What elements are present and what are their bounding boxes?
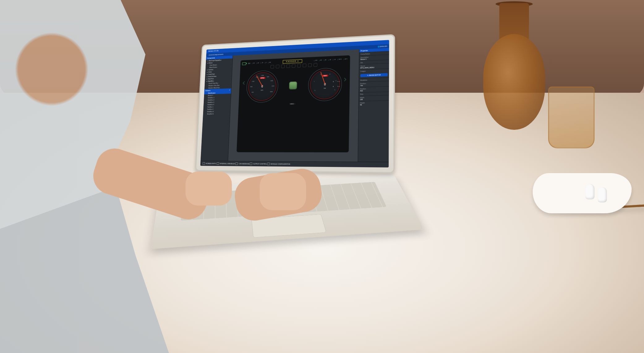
gauge-side-value: 0 bbox=[333, 81, 334, 83]
amber-glass bbox=[548, 87, 595, 148]
readout-value: 0 bbox=[265, 62, 267, 63]
earbud-icon bbox=[585, 184, 595, 199]
gauge-side-label: Front bbox=[337, 81, 340, 82]
gauge-tick: 5 bbox=[335, 89, 335, 91]
bottombar-item[interactable]: CAN MESSAGE bbox=[236, 162, 249, 165]
temp-value: -80 bbox=[319, 59, 322, 61]
designer-app: Version 0.0.31 > MAIN\SCREENS\MAIN 🌐 ENG… bbox=[200, 40, 389, 168]
center-button[interactable] bbox=[289, 82, 297, 90]
laptop: Version 0.0.31 > MAIN\SCREENS\MAIN 🌐 ENG… bbox=[148, 46, 402, 257]
gauge-tick: 3 bbox=[330, 74, 330, 75]
photo-scene: Version 0.0.31 > MAIN\SCREENS\MAIN 🌐 ENG… bbox=[0, 0, 644, 353]
indicator-icon bbox=[276, 65, 279, 69]
gauge-tick: 2000 bbox=[261, 75, 264, 77]
readout-value: -40 bbox=[256, 62, 259, 64]
property-row[interactable]: Images bbox=[359, 68, 389, 73]
temp-strip: -100-80-60-40-20110°C40°C bbox=[314, 58, 348, 62]
gauge-tick: 400 bbox=[252, 91, 254, 93]
bottom-toolbar: SCREEN RATIO INTERNAL VARIABLES CAN MESS… bbox=[200, 161, 389, 168]
indicator-icon bbox=[292, 64, 296, 68]
bottombar-item[interactable]: INTERNAL VARIABLES bbox=[217, 162, 235, 165]
indicator-icon bbox=[308, 63, 312, 67]
gauge-side-value: 0 bbox=[333, 86, 334, 87]
readout-value: 0W bbox=[268, 62, 271, 63]
temp-value: -100 bbox=[314, 60, 318, 61]
gauge-badge: BAR bbox=[322, 75, 328, 77]
bar-gauge: 012345 BAR 0 bar Front Rear 0 0 bbox=[308, 68, 342, 102]
app-title: Version 0.0.31 bbox=[208, 50, 219, 52]
screen-item[interactable]: SlideBox 6 bbox=[203, 112, 230, 115]
add-screen-button[interactable]: + bbox=[229, 89, 230, 91]
dashboard-title: KASSER II bbox=[283, 59, 302, 64]
laptop-screen: Version 0.0.31 > MAIN\SCREENS\MAIN 🌐 ENG… bbox=[200, 40, 389, 168]
gauge-tick: 2400 bbox=[267, 76, 269, 78]
battery-value: 22V bbox=[248, 62, 250, 64]
indicator-icon bbox=[297, 64, 301, 68]
amber-vase bbox=[480, 3, 548, 136]
readout-value: -20 bbox=[261, 62, 264, 64]
indicator-icon bbox=[271, 65, 274, 69]
hand bbox=[186, 172, 232, 206]
temp-value: 40°C bbox=[344, 58, 348, 60]
image-editor-button[interactable]: ✎ IMAGE EDITOR bbox=[360, 73, 388, 77]
temp-value: -40 bbox=[328, 59, 332, 61]
hand-tray bbox=[533, 173, 632, 213]
design-canvas[interactable]: 22V -60-40-2000W KASSER II -100-80-60-40… bbox=[228, 49, 359, 162]
indicator-icon bbox=[303, 64, 306, 67]
property-row[interactable]: Height56 bbox=[359, 100, 389, 107]
turn-right-icon bbox=[342, 77, 348, 82]
temp-value: 110°C bbox=[337, 59, 342, 60]
bottombar-item[interactable]: MODULE CONFIGURATION bbox=[267, 163, 290, 165]
dashboard-preview: 22V -60-40-2000W KASSER II -100-80-60-40… bbox=[237, 55, 350, 152]
bottombar-item[interactable]: SCREEN RATIO bbox=[203, 162, 216, 164]
gauge-tick: 0 bbox=[314, 90, 315, 91]
indicator-icon bbox=[281, 65, 285, 68]
temp-value: -20 bbox=[333, 59, 336, 60]
gauge-tick: 2800 bbox=[270, 80, 273, 82]
rpm-gauge: 4008001200160020002400280032003600 RPM 0… bbox=[246, 70, 279, 103]
breadcrumb: > MAIN\SCREENS\MAIN bbox=[208, 53, 223, 56]
indicator-icon bbox=[313, 63, 317, 67]
properties-panel: Properties Comp ButtonDescriptionButton … bbox=[358, 48, 389, 162]
gauge-tick: 2 bbox=[320, 74, 321, 75]
gauge-tick: 3600 bbox=[270, 91, 273, 93]
gauge-tick: 1200 bbox=[252, 81, 254, 82]
gauge-tick: 1 bbox=[314, 81, 314, 82]
language-selector[interactable]: 🌐 ENGLISH bbox=[377, 45, 387, 47]
gauge-side-label: Rear bbox=[337, 86, 340, 87]
sidebar: Components ▸ BarGraph/DigitalBox▸ Button… bbox=[201, 56, 233, 161]
readout-strip: -60-40-2000W bbox=[252, 62, 271, 64]
earbud-icon bbox=[598, 187, 607, 202]
battery-icon bbox=[242, 62, 246, 65]
readout-value: -60 bbox=[252, 62, 255, 64]
temp-value: -60 bbox=[324, 59, 327, 61]
gauge-badge: RPM bbox=[260, 77, 265, 79]
turn-left-icon bbox=[241, 80, 246, 86]
gauge-tick: 4 bbox=[336, 80, 336, 82]
laptop-lid: Version 0.0.31 > MAIN\SCREENS\MAIN 🌐 ENG… bbox=[195, 34, 395, 173]
indicator-icon bbox=[286, 64, 290, 68]
bottombar-item[interactable]: OUTPUT CONTROL bbox=[250, 162, 267, 165]
hand bbox=[260, 173, 306, 210]
